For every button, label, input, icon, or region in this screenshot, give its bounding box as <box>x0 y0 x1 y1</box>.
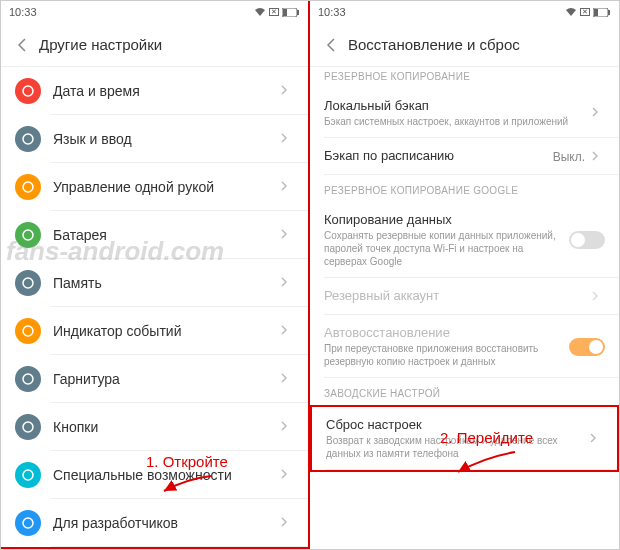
item-subtitle: Сохранять резервные копии данных приложе… <box>324 229 569 268</box>
accessibility-icon <box>15 462 41 488</box>
hand-icon <box>15 174 41 200</box>
settings-item[interactable]: Восстановление и сброс <box>1 547 308 549</box>
item-subtitle: Бэкап системных настроек, аккаунтов и пр… <box>324 115 591 128</box>
annotation-step2: 2. Перейдите <box>440 429 533 446</box>
status-icons: ✕ <box>565 7 611 17</box>
chevron-right-icon <box>280 84 294 98</box>
chevron-right-icon <box>591 106 605 120</box>
local-backup-item[interactable]: Локальный бэкап Бэкап системных настроек… <box>310 88 619 138</box>
item-title: Локальный бэкап <box>324 98 591 113</box>
arrow-icon <box>156 471 216 496</box>
item-title: Копирование данных <box>324 212 569 227</box>
wifi-icon <box>565 7 577 17</box>
status-time: 10:33 <box>318 6 346 18</box>
item-label: Индикатор событий <box>53 323 280 339</box>
reserve-account-item[interactable]: Резервный аккаунт <box>310 278 619 315</box>
scheduled-backup-item[interactable]: Бэкап по расписанию Выкл. <box>310 138 619 175</box>
no-sim-icon: ✕ <box>269 8 279 16</box>
battery-icon <box>282 8 300 17</box>
settings-item[interactable]: Индикатор событий <box>1 307 308 355</box>
settings-item[interactable]: Кнопки <box>1 403 308 451</box>
item-title: Резервный аккаунт <box>324 288 591 303</box>
item-label: Дата и время <box>53 83 280 99</box>
chevron-right-icon <box>280 132 294 146</box>
item-title: Бэкап по расписанию <box>324 148 553 163</box>
autorestore-item[interactable]: Автовосстановление При переустановке при… <box>310 315 619 378</box>
item-subtitle: При переустановке приложения восстановит… <box>324 342 569 368</box>
globe-icon <box>15 126 41 152</box>
led-icon <box>15 318 41 344</box>
chevron-right-icon <box>280 228 294 242</box>
status-time: 10:33 <box>9 6 37 18</box>
svg-point-11 <box>23 470 33 480</box>
chevron-right-icon <box>589 432 603 446</box>
chevron-right-icon <box>591 150 605 164</box>
section-header: РЕЗЕРВНОЕ КОПИРОВАНИЕ GOOGLE <box>310 175 619 202</box>
chevron-right-icon <box>280 276 294 290</box>
item-label: Управление одной рукой <box>53 179 280 195</box>
status-bar: 10:33 ✕ <box>310 1 619 23</box>
svg-point-7 <box>23 278 33 288</box>
svg-point-8 <box>23 326 33 336</box>
svg-point-3 <box>23 86 33 96</box>
page-title: Другие настройки <box>39 36 162 53</box>
status-icons: ✕ <box>254 7 300 17</box>
svg-rect-1 <box>297 10 299 15</box>
section-header: РЕЗЕРВНОЕ КОПИРОВАНИЕ <box>310 67 619 88</box>
wifi-icon <box>254 7 266 17</box>
svg-point-4 <box>23 134 33 144</box>
svg-point-10 <box>23 422 33 432</box>
toggle-switch[interactable] <box>569 338 605 356</box>
svg-point-12 <box>23 518 33 528</box>
no-sim-icon: ✕ <box>580 8 590 16</box>
settings-item[interactable]: Гарнитура <box>1 355 308 403</box>
storage-icon <box>15 270 41 296</box>
settings-item[interactable]: Язык и ввод <box>1 115 308 163</box>
watermark: fans-android.com <box>6 236 224 267</box>
buttons-icon <box>15 414 41 440</box>
battery-icon <box>593 8 611 17</box>
svg-rect-15 <box>608 10 610 15</box>
chevron-right-icon <box>280 324 294 338</box>
section-header: ЗАВОДСКИЕ НАСТРОЙ <box>310 378 619 405</box>
item-value: Выкл. <box>553 150 585 164</box>
chevron-right-icon <box>280 468 294 482</box>
back-icon[interactable] <box>322 36 340 54</box>
svg-rect-2 <box>283 9 287 16</box>
chevron-right-icon <box>280 516 294 530</box>
settings-item[interactable]: Дата и время <box>1 67 308 115</box>
item-label: Память <box>53 275 280 291</box>
svg-point-9 <box>23 374 33 384</box>
svg-rect-16 <box>594 9 598 16</box>
dev-icon <box>15 510 41 536</box>
status-bar: 10:33 ✕ <box>1 1 308 23</box>
header: Другие настройки <box>1 23 308 67</box>
arrow-icon <box>450 447 520 477</box>
settings-item[interactable]: Управление одной рукой <box>1 163 308 211</box>
settings-item[interactable]: Для разработчиков <box>1 499 308 547</box>
item-label: Гарнитура <box>53 371 280 387</box>
back-icon[interactable] <box>13 36 31 54</box>
svg-point-5 <box>23 182 33 192</box>
clock-icon <box>15 78 41 104</box>
chevron-right-icon <box>280 180 294 194</box>
copy-data-item[interactable]: Копирование данных Сохранять резервные к… <box>310 202 619 278</box>
item-title: Автовосстановление <box>324 325 569 340</box>
chevron-right-icon <box>591 290 605 304</box>
chevron-right-icon <box>280 372 294 386</box>
annotation-step1: 1. Откройте <box>146 453 228 470</box>
chevron-right-icon <box>280 420 294 434</box>
headset-icon <box>15 366 41 392</box>
item-label: Язык и ввод <box>53 131 280 147</box>
item-label: Кнопки <box>53 419 280 435</box>
item-label: Для разработчиков <box>53 515 280 531</box>
page-title: Восстановление и сброс <box>348 36 520 53</box>
toggle-switch[interactable] <box>569 231 605 249</box>
header: Восстановление и сброс <box>310 23 619 67</box>
